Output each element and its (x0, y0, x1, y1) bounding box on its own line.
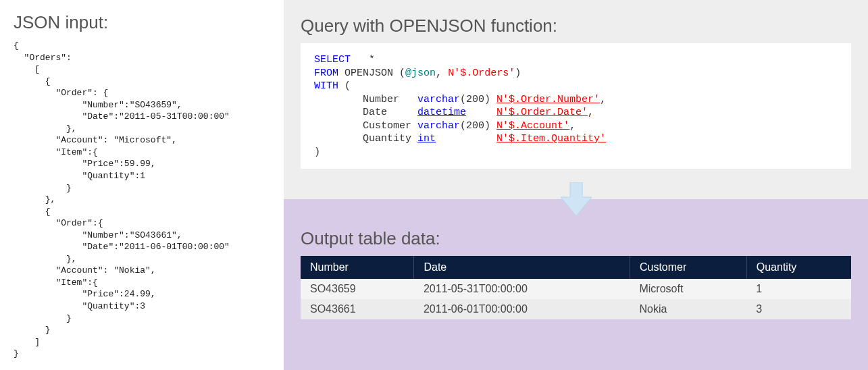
at-json: @json (405, 68, 436, 79)
right-panel: Query with OPENJSON function: SELECT * F… (284, 0, 868, 370)
th-customer: Customer (630, 256, 746, 279)
star: * (369, 54, 375, 65)
with-close: ) (314, 147, 320, 158)
col2-name: Date (363, 107, 387, 118)
kw-from: FROM (314, 68, 338, 79)
json-input-title: JSON input: (14, 12, 270, 33)
main-container: JSON input: { "Orders": [ { "Order": { "… (0, 0, 868, 370)
th-date: Date (414, 256, 630, 279)
with-open: ( (344, 80, 351, 92)
json-input-code: { "Orders": [ { "Order": { "Number":"SO4… (14, 40, 270, 360)
kw-with: WITH (314, 80, 338, 92)
col4-type: int (417, 133, 436, 144)
cell-date: 2011-06-01T00:00:00 (414, 299, 630, 319)
path-orders: N'$.Orders' (448, 68, 515, 79)
output-panel: Output table data: Number Date Customer … (284, 216, 868, 370)
output-title: Output table data: (301, 228, 851, 249)
table-row: SO43661 2011-06-01T00:00:00 Nokia 3 (301, 299, 851, 319)
col4-path: N'$.Item.Quantity' (496, 133, 606, 144)
col3-len: (200) (460, 120, 490, 132)
arrow-down-icon (561, 182, 592, 216)
col2-path: N'$.Order.Date' (496, 107, 588, 118)
table-header-row: Number Date Customer Quantity (301, 256, 851, 279)
paren-close: ) (515, 68, 521, 79)
th-number: Number (301, 256, 414, 279)
cell-number: SO43659 (301, 279, 414, 299)
col3-type: varchar (417, 120, 460, 132)
col2-type: datetime (417, 107, 466, 118)
query-title: Query with OPENJSON function: (301, 16, 851, 36)
col4-name: Quantity (363, 133, 411, 144)
col1-path: N'$.Order.Number' (496, 94, 600, 105)
cell-customer: Microsoft (630, 279, 746, 299)
query-panel: Query with OPENJSON function: SELECT * F… (284, 0, 868, 182)
cell-number: SO43661 (301, 299, 414, 319)
comma: , (436, 68, 442, 79)
paren-open: ( (399, 68, 405, 79)
arrow-container (284, 182, 868, 216)
cell-date: 2011-05-31T00:00:00 (414, 279, 630, 299)
table-row: SO43659 2011-05-31T00:00:00 Microsoft 1 (301, 279, 851, 299)
th-quantity: Quantity (746, 256, 851, 279)
fn-openjson: OPENJSON (344, 68, 393, 79)
col3-path: N'$.Account' (496, 120, 569, 132)
output-table: Number Date Customer Quantity SO43659 20… (301, 256, 851, 319)
cell-quantity: 3 (746, 299, 851, 319)
query-code: SELECT * FROM OPENJSON (@json, N'$.Order… (301, 43, 851, 169)
kw-select: SELECT (314, 54, 351, 65)
svg-marker-0 (561, 182, 592, 216)
cell-customer: Nokia (630, 299, 746, 319)
col1-len: (200) (460, 94, 490, 105)
col1-name: Number (363, 94, 399, 105)
json-input-panel: JSON input: { "Orders": [ { "Order": { "… (0, 0, 284, 370)
col3-name: Customer (363, 120, 411, 132)
col1-type: varchar (417, 94, 460, 105)
cell-quantity: 1 (746, 279, 851, 299)
